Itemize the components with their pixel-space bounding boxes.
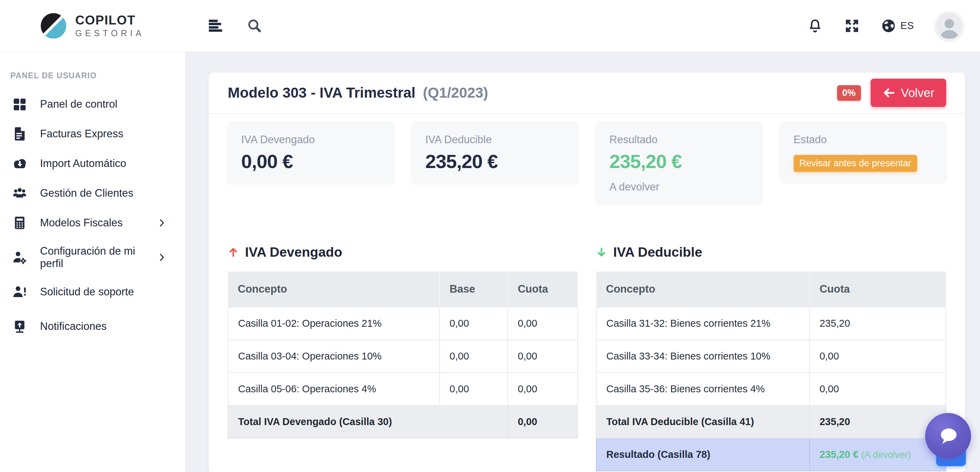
tables-row: IVA Devengado Concepto Base Cuota [228, 245, 946, 471]
modelo-303-card: Modelo 303 - IVA Trimestral (Q1/2023) 0%… [209, 73, 965, 472]
sidebar-item-notificaciones[interactable]: Notificaciones [0, 311, 185, 341]
chevron-right-icon [157, 252, 167, 262]
chat-bubble-icon [937, 426, 959, 447]
table-row: Casilla 35-36: Bienes corrientes 4% 0,00 [596, 373, 946, 405]
col-header-base: Base [440, 272, 508, 307]
summary-card-iva-deducible: IVA Deducible 235,20 € [412, 121, 578, 183]
card-header: Modelo 303 - IVA Trimestral (Q1/2023) 0%… [209, 73, 965, 114]
sidebar-item-label: Import Automático [40, 157, 126, 170]
summary-card-iva-devengado: IVA Devengado 0,00 € [228, 121, 394, 183]
sidebar-section-label: PANEL DE USUARIO [10, 71, 185, 80]
main-content: Modelo 303 - IVA Trimestral (Q1/2023) 0%… [185, 52, 980, 472]
summary-card-note: A devolver [609, 181, 749, 193]
topbar: COPILOT GESTORIA [0, 0, 980, 52]
sidebar-item-import-automatico[interactable]: Import Automático [0, 149, 185, 178]
sidebar-item-label: Gestión de Clientes [40, 187, 134, 199]
summary-card-estado: Estado Revisar antes de presentar [780, 121, 947, 183]
summary-card-value: 0,00 € [241, 150, 380, 173]
summary-cards-row: IVA Devengado 0,00 € IVA Deducible 235,2… [228, 121, 946, 204]
sidebar-item-label: Configuración de mi perfil [40, 245, 145, 270]
table-row: Casilla 03-04: Operaciones 10% 0,00 0,00 [228, 340, 578, 373]
search-icon[interactable] [247, 18, 262, 34]
summary-card-label: Estado [794, 133, 933, 146]
summary-card-label: Resultado [609, 133, 749, 146]
summary-card-value: 235,20 € [609, 150, 749, 173]
section-title: IVA Deducible [613, 245, 702, 260]
summary-card-resultado: Resultado 235,20 € A devolver [596, 121, 762, 204]
brand-name: COPILOT [75, 14, 145, 27]
sidebar-item-solicitud-soporte[interactable]: Solicitud de soporte [0, 277, 185, 307]
col-header-concepto: Concepto [596, 272, 810, 307]
table-row: Casilla 05-06: Operaciones 4% 0,00 0,00 [228, 373, 578, 405]
table-row: Casilla 01-02: Operaciones 21% 0,00 0,00 [228, 307, 578, 340]
summary-card-value: 235,20 € [425, 150, 565, 173]
sidebar-item-gestion-de-clientes[interactable]: Gestión de Clientes [0, 178, 185, 208]
progress-badge: 0% [837, 85, 861, 101]
sidebar-item-label: Panel de control [40, 98, 117, 110]
section-title: IVA Devengado [245, 245, 342, 260]
sidebar-item-label: Notificaciones [40, 320, 107, 333]
back-button[interactable]: Volver [870, 79, 946, 107]
sidebar-item-label: Facturas Express [40, 128, 123, 140]
col-header-cuota: Cuota [810, 272, 946, 307]
fullscreen-expand-icon[interactable] [845, 18, 859, 33]
brand-subtitle: GESTORIA [75, 29, 145, 38]
sidebar-item-configuracion-perfil[interactable]: Configuración de mi perfil [0, 243, 185, 272]
col-header-cuota: Cuota [508, 272, 578, 307]
language-label: ES [900, 20, 914, 32]
user-avatar[interactable] [935, 12, 963, 40]
resultado-row: Resultado (Casilla 78) 235,20 € (A devol… [596, 438, 946, 471]
col-header-concepto: Concepto [228, 272, 440, 307]
arrow-down-icon [596, 246, 607, 258]
users-icon [11, 185, 28, 201]
dashboard-icon [11, 96, 28, 112]
chat-button[interactable] [925, 413, 971, 459]
notifications-bell-icon[interactable] [807, 18, 823, 34]
language-selector[interactable]: ES [881, 18, 914, 33]
iva-devengado-table: Concepto Base Cuota Casilla 01-02: Opera… [228, 272, 578, 439]
page-title: Modelo 303 - IVA Trimestral (Q1/2023) [228, 84, 488, 101]
summary-card-label: IVA Deducible [425, 133, 565, 146]
sidebar-item-facturas-express[interactable]: Facturas Express [0, 119, 185, 149]
user-gear-icon [11, 250, 28, 265]
user-alert-icon [11, 284, 28, 300]
section-iva-deducible: IVA Deducible Concepto Cuota Casi [596, 245, 946, 471]
section-iva-devengado: IVA Devengado Concepto Base Cuota [228, 245, 578, 439]
table-row: Casilla 31-32: Bienes corrientes 21% 235… [596, 307, 946, 340]
table-row: Casilla 33-34: Bienes corrientes 10% 0,0… [596, 340, 946, 373]
device-upload-icon [11, 318, 28, 334]
page-title-period: (Q1/2023) [423, 84, 488, 101]
summary-card-label: IVA Devengado [241, 133, 380, 146]
invoice-icon [11, 126, 28, 142]
globe-icon [881, 18, 896, 33]
sidebar-item-panel-de-control[interactable]: Panel de control [0, 89, 185, 119]
total-row: Total IVA Devengado (Casilla 30) 0,00 [228, 405, 578, 438]
brand-logo[interactable]: COPILOT GESTORIA [0, 13, 185, 39]
resultado-value: 235,20 € [819, 449, 859, 460]
total-row: Total IVA Deducible (Casilla 41) 235,20 [596, 405, 946, 438]
resultado-note: (A devolver) [861, 450, 911, 460]
iva-deducible-table: Concepto Cuota Casilla 31-32: Bienes cor… [596, 272, 946, 471]
cloud-download-icon [11, 156, 28, 172]
menu-toggle-icon[interactable] [209, 20, 223, 32]
calculator-icon [11, 215, 28, 231]
status-badge: Revisar antes de presentar [794, 155, 917, 172]
sidebar-item-label: Solicitud de soporte [40, 286, 134, 298]
sidebar: PANEL DE USUARIO Panel de control [0, 52, 185, 472]
arrow-left-icon [882, 86, 896, 99]
sidebar-item-label: Modelos Fiscales [40, 217, 123, 229]
brand-circle-icon [41, 13, 66, 39]
sidebar-item-modelos-fiscales[interactable]: Modelos Fiscales [0, 208, 185, 238]
arrow-up-icon [228, 246, 239, 258]
chevron-right-icon [157, 218, 167, 228]
